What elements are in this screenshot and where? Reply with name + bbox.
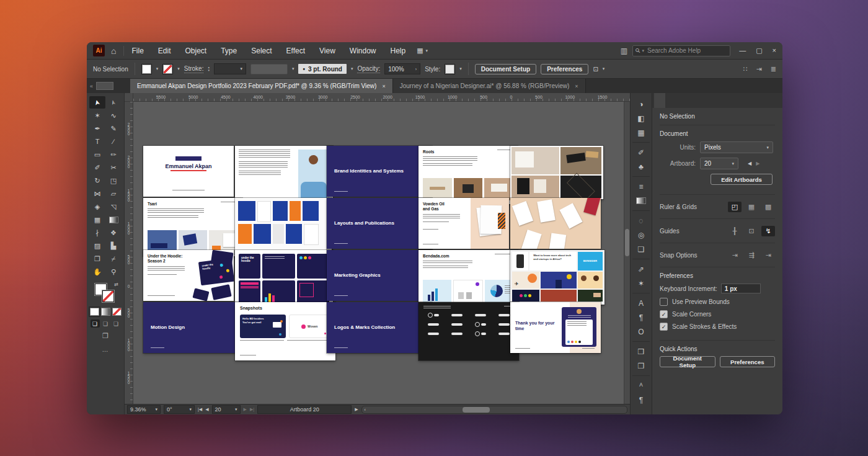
close-icon[interactable]: × (382, 83, 385, 89)
artboard-uth-slides[interactable]: under the hoodie (235, 250, 333, 308)
menu-item[interactable]: View (319, 47, 335, 55)
column-graph-tool[interactable]: ▙ (105, 239, 122, 252)
zoom-tool[interactable]: ⚲ (105, 266, 122, 278)
artboard-section-brand-identities[interactable]: Brand Identities and Systems (327, 146, 432, 197)
snap-to-point-icon[interactable]: ⇥ (728, 250, 742, 261)
pathfinder-icon[interactable]: ◎ (634, 230, 648, 240)
eyedropper-tool[interactable]: ∤ (89, 226, 105, 239)
style-swatch[interactable] (445, 64, 455, 74)
show-rulers-icon[interactable]: ◰ (728, 202, 742, 212)
rotation-select[interactable]: 0° ▾ (164, 405, 195, 414)
artboard-bendada[interactable]: Bendada.com (418, 250, 518, 308)
artboard-select[interactable]: 20 ▾ (700, 158, 738, 169)
tab-libraries[interactable] (665, 93, 676, 108)
export-icon[interactable]: ⇗ (634, 264, 648, 274)
canvas[interactable]: 2500200015001000500050010001500 Emmanuel… (125, 102, 630, 404)
artboard-section-logos[interactable]: Logos & Marks Collection (327, 302, 432, 353)
artboard-about[interactable] (235, 146, 333, 204)
asset-export-icon[interactable]: ❐ (634, 360, 648, 371)
horizontal-ruler[interactable]: 5500500045004000350030002500200015001000… (125, 93, 630, 102)
artboard-logo-grid[interactable] (418, 302, 519, 360)
tab-layers[interactable] (688, 93, 699, 108)
color-panel-icon[interactable]: ◑ (634, 99, 648, 109)
show-transparency-grid-icon[interactable]: ▩ (761, 202, 775, 212)
opacity-label[interactable]: Opacity: (357, 65, 380, 73)
doc-tab-journey[interactable]: Journey of a Nigerian Designer.ai* @ 56.… (393, 79, 586, 93)
color-guide-icon[interactable]: ◧ (634, 113, 648, 123)
scrollbar-thumb[interactable] (625, 229, 629, 256)
magic-wand-tool[interactable]: ✶ (89, 109, 105, 122)
symbol-sprayer-tool[interactable]: ▨ (89, 239, 105, 252)
gradient-tool[interactable] (105, 213, 122, 226)
perspective-grid-tool[interactable]: ◹ (105, 200, 122, 213)
curvature-tool[interactable]: ✎ (105, 122, 122, 135)
vertical-ruler[interactable]: 2500200015001000500050010001500 (125, 102, 133, 404)
play-icon[interactable]: ▶ (355, 407, 358, 412)
stroke-swatch[interactable] (102, 290, 114, 302)
menu-item[interactable]: File (131, 47, 143, 55)
first-artboard-button[interactable]: |◀ (198, 407, 202, 412)
hand-tool[interactable]: ✋ (89, 266, 105, 278)
scroll-left-icon[interactable]: ‹ (365, 408, 366, 412)
search-input[interactable] (646, 47, 711, 55)
artboard-number-select[interactable]: 20 ▾ (212, 405, 241, 414)
checkbox-scale-corners[interactable]: ✓ Scale Corners (660, 310, 775, 318)
checkbox[interactable]: ✓ (660, 310, 668, 318)
color-button[interactable] (90, 308, 99, 316)
artboard-roots-mockups[interactable] (510, 146, 603, 199)
smart-guides-icon[interactable]: ↯ (761, 226, 775, 236)
prev-artboard-icon[interactable]: ◀ (748, 161, 751, 166)
chevron-down-icon[interactable]: ▾ (603, 66, 605, 71)
artboard-roots[interactable]: Roots (418, 146, 518, 204)
artboard-under-the-hoodie[interactable]: Under the Hoodie: Season 2 under the hoo… (143, 250, 234, 301)
snap-to-pixel-icon[interactable]: ⊡ (593, 66, 598, 73)
maximize-button[interactable]: ▢ (756, 47, 762, 55)
close-button[interactable]: × (773, 47, 776, 55)
doc-tab-portfolio[interactable]: Emmanuel Akpan Design Portfolio 2023 Feb… (130, 79, 393, 93)
variable-width-profile-select[interactable] (250, 64, 288, 74)
artboard-section-marketing[interactable]: Marketing Graphics (327, 250, 432, 301)
change-screen-mode-icon[interactable]: ❐ (102, 332, 108, 340)
paintbrush-tool[interactable]: ✏ (105, 148, 122, 161)
shaper-tool[interactable]: ✐ (89, 161, 105, 174)
tab-properties[interactable] (654, 93, 665, 108)
line-segment-tool[interactable]: ∕ (105, 135, 122, 148)
menu-item[interactable]: Help (391, 47, 406, 55)
last-artboard-button[interactable]: ▶| (250, 407, 254, 412)
stroke-weight-stepper[interactable]: ▴ ▾ (208, 66, 210, 72)
transparency-icon[interactable]: ◌ (634, 215, 648, 226)
artboard-section-motion[interactable]: Motion Design (143, 302, 249, 353)
show-grid-icon[interactable]: ▦ (745, 202, 758, 212)
keyboard-increment-field[interactable]: 1 px (721, 284, 761, 293)
menu-item[interactable]: Select (251, 47, 272, 55)
zoom-level-select[interactable]: 9.36% ▾ (127, 405, 161, 414)
free-transform-tool[interactable]: ▱ (105, 187, 122, 200)
gradient-button[interactable] (101, 308, 110, 316)
chevron-down-icon[interactable]: ▾ (351, 66, 353, 71)
artboard-snapshots[interactable]: Snapshots Hello BD Insiders You've got m… (235, 302, 335, 360)
edit-toolbar-icon[interactable]: … (102, 346, 109, 353)
artboard-cover[interactable]: Emmanuel Akpan (143, 146, 234, 197)
artboards-panel-icon[interactable]: ❒ (634, 346, 648, 357)
width-tool[interactable]: ⋈ (89, 187, 105, 200)
stroke-weight-select[interactable]: ▾ (214, 63, 246, 74)
menu-item[interactable]: Window (350, 47, 376, 55)
menu-item[interactable]: Edit (158, 47, 171, 55)
draw-inside-icon[interactable]: ❏ (112, 320, 121, 328)
slice-tool[interactable]: ⌿ (105, 253, 122, 265)
checkbox[interactable]: ✓ (660, 298, 668, 306)
menu-list-icon[interactable]: ≣ (771, 65, 776, 73)
scrollbar-thumb[interactable] (463, 407, 490, 413)
artboard-section-layouts[interactable]: Layouts and Publications (327, 198, 432, 249)
opacity-field[interactable]: 100% › (384, 63, 420, 74)
draw-behind-icon[interactable]: ❏ (101, 320, 110, 328)
preferences-button[interactable]: Preferences (541, 64, 588, 74)
character-panel-icon[interactable]: A (634, 298, 648, 308)
stroke-weight-label[interactable]: Stroke: (184, 65, 204, 73)
stroke-panel-icon[interactable]: ≡ (634, 181, 648, 192)
checkbox[interactable]: ✓ (660, 323, 668, 331)
swap-fill-stroke-icon[interactable]: ⇄ (114, 282, 118, 287)
opentype-icon[interactable]: O (634, 326, 648, 337)
stroke-color-swatch[interactable] (162, 64, 173, 74)
symbols-icon[interactable]: ♣ (634, 161, 648, 172)
